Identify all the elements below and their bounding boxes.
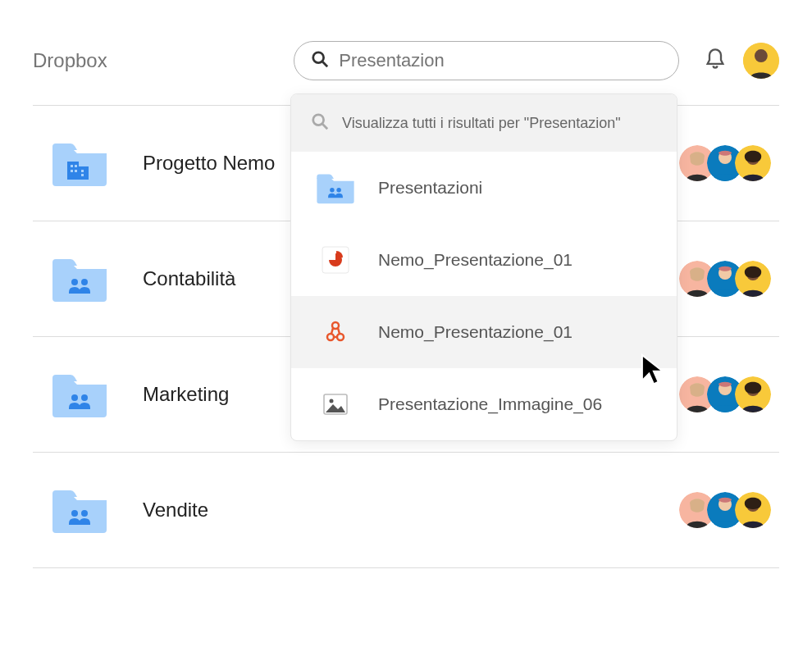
search-results-header[interactable]: Visualizza tutti i risultati per "Presen… [291,94,677,152]
search-box[interactable] [294,41,679,80]
shared-avatars [687,376,771,412]
svg-point-0 [313,52,324,63]
svg-rect-5 [79,166,89,180]
shared-folder-icon [49,256,110,302]
search-icon [311,50,329,71]
member-avatar [735,145,771,181]
search-results-dropdown: Visualizza tutti i risultati per "Presen… [290,93,677,441]
search-result-label: Presentazioni [378,178,482,198]
folder-name: Vendite [143,499,655,522]
search-results-header-text: Visualizza tutti i risultati per "Presen… [342,115,621,132]
member-avatar [735,261,771,297]
svg-point-18 [71,279,78,285]
svg-point-35 [81,510,88,517]
svg-point-49 [332,322,339,329]
sketch-file-icon [316,312,355,352]
shared-avatars [687,145,771,181]
svg-point-44 [330,188,334,192]
search-input[interactable] [339,50,662,71]
svg-rect-6 [71,165,73,167]
search-result-item[interactable]: Presentazioni [291,152,677,224]
user-avatar[interactable] [743,43,779,79]
svg-rect-11 [81,174,84,176]
svg-rect-10 [81,170,84,172]
svg-point-42 [313,115,324,125]
search-result-label: Nemo_Presentazione_01 [378,322,573,342]
cursor-icon [640,353,668,389]
search-result-label: Presentazione_Immagine_06 [378,394,602,414]
svg-point-19 [81,279,88,285]
svg-rect-9 [75,170,77,172]
svg-point-3 [755,49,768,62]
svg-point-34 [71,510,78,517]
svg-point-45 [336,188,340,192]
svg-point-47 [327,334,334,340]
search-result-item[interactable]: Nemo_Presentazione_01 [291,224,677,296]
search-result-label: Nemo_Presentazione_01 [378,250,573,270]
svg-point-27 [81,394,88,401]
svg-rect-8 [71,170,73,172]
shared-folder-icon [316,168,355,207]
search-result-item[interactable]: Presentazione_Immagine_06 [291,368,677,440]
svg-point-48 [337,334,344,340]
svg-point-54 [330,399,334,403]
shared-folder-icon [49,371,110,417]
svg-line-43 [322,124,327,129]
svg-line-1 [322,61,327,66]
shared-avatars [687,261,771,297]
app-title: Dropbox [33,49,277,72]
svg-line-51 [338,328,340,334]
image-file-icon [316,385,355,424]
folder-row[interactable]: Vendite [33,452,779,568]
member-avatar [735,492,771,528]
company-folder-icon [49,140,110,186]
slides-file-icon [316,240,355,280]
shared-folder-icon [49,487,110,533]
search-icon [311,112,329,134]
search-result-item[interactable]: Nemo_Presentazione_01 [291,296,677,368]
notifications-button[interactable] [704,48,727,74]
svg-line-50 [331,328,333,334]
shared-avatars [687,492,771,528]
svg-point-26 [71,394,78,401]
svg-rect-7 [75,165,77,167]
bell-icon [704,48,727,71]
member-avatar [735,376,771,412]
